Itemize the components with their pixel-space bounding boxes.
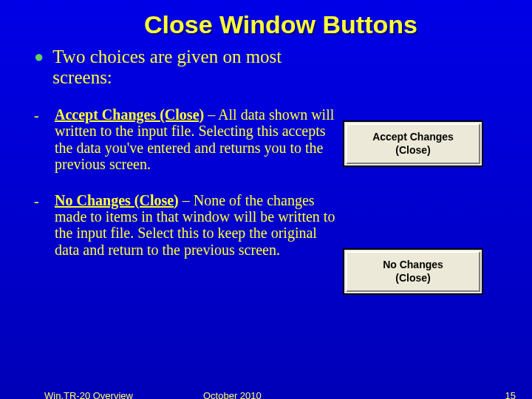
slide-title: Close Window Buttons [50,10,511,39]
dash-icon: - [34,106,41,173]
text-column: ● Two choices are given on most screens:… [21,47,338,376]
page-number: 15 [505,390,516,399]
footer-date: October 2010 [203,390,262,399]
content-row: ● Two choices are given on most screens:… [21,47,511,376]
bullet-no-changes: - No Changes (Close) – None of the chang… [21,192,338,259]
button-inner: Accept Changes (Close) [346,123,480,164]
bullet-icon: ● [34,47,44,87]
button-line2: (Close) [395,144,430,156]
bullet-main-text: Two choices are given on most screens: [52,47,338,87]
footer-left: Win.TR-20 Overview [44,390,133,399]
slide: Close Window Buttons ● Two choices are g… [0,0,532,399]
dash-icon: - [34,192,41,259]
no-changes-label: No Changes (Close) [55,192,179,208]
bullet-main: ● Two choices are given on most screens: [21,47,338,87]
button-inner: No Changes (Close) [346,251,480,292]
button-line1: No Changes [383,259,443,270]
bullet-sub-text: No Changes (Close) – None of the changes… [55,192,338,259]
accept-changes-button[interactable]: Accept Changes (Close) [343,120,483,167]
bullet-sub-text: Accept Changes (Close) – All data shown … [55,106,338,173]
accept-changes-label: Accept Changes (Close) [55,106,204,123]
buttons-column: Accept Changes (Close) No Changes (Close… [338,47,508,376]
button-line2: (Close) [395,272,430,284]
button-line1: Accept Changes [372,131,454,143]
bullet-accept-changes: - Accept Changes (Close) – All data show… [21,106,338,173]
no-changes-button[interactable]: No Changes (Close) [343,248,483,295]
